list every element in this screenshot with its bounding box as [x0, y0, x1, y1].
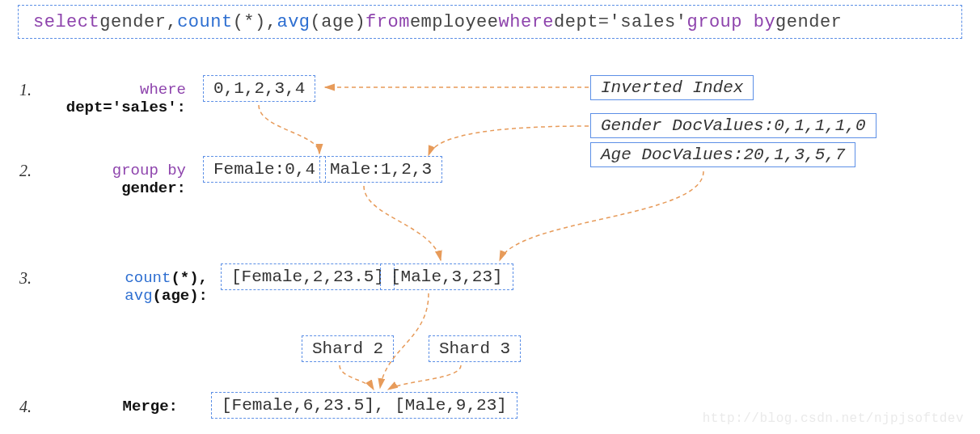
step-1-num: 1.	[19, 81, 32, 99]
box-merge: [Female,6,23.5], [Male,9,23]	[211, 392, 517, 419]
col-gender: gender,	[99, 12, 177, 32]
where-cond: dept='sales'	[554, 12, 686, 32]
box-age-docvalues: Age DocValues:20,1,3,5,7	[590, 142, 855, 167]
step-3-fn2: avg	[125, 287, 152, 305]
kw-from: from	[365, 12, 410, 32]
kw-where: where	[499, 12, 555, 32]
box-shard-2: Shard 2	[302, 335, 394, 362]
fn-avg-arg: (age)	[310, 12, 366, 32]
box-shard-3: Shard 3	[429, 335, 521, 362]
box-inverted-index: Inverted Index	[590, 75, 754, 100]
tbl: employee	[410, 12, 499, 32]
step-3-fn2-arg: (age):	[153, 287, 208, 305]
watermark: http://blog.csdn.net/njpjsoftdev	[703, 411, 964, 426]
box-gender-docvalues: Gender DocValues:0,1,1,1,0	[590, 113, 877, 138]
step-4-num: 4.	[19, 398, 32, 416]
step-3-fn1-arg: (*),	[171, 269, 208, 287]
box-ids: 0,1,2,3,4	[203, 75, 315, 102]
box-female-agg: [Female,2,23.5]	[221, 263, 395, 290]
step-2-kw: group by	[112, 162, 186, 179]
step-4-label: Merge:	[123, 398, 178, 415]
box-male-agg: [Male,3,23]	[380, 263, 513, 290]
step-1-kw: where	[140, 81, 186, 99]
fn-count-arg: (*),	[233, 12, 277, 32]
step-3-fn1: count	[125, 269, 171, 287]
fn-count: count	[177, 12, 233, 32]
groupby-col: gender	[775, 12, 842, 32]
fn-avg: avg	[277, 12, 310, 32]
step-2-rest: gender:	[121, 179, 186, 197]
step-2-num: 2.	[19, 162, 32, 180]
box-female-group: Female:0,4	[203, 156, 326, 183]
box-male-group: Male:1,2,3	[319, 156, 442, 183]
diagram-arrows	[0, 0, 980, 434]
kw-select: select	[33, 12, 99, 32]
step-3-num: 3.	[19, 269, 32, 288]
kw-groupby: group by	[686, 12, 775, 32]
step-1-rest: dept='sales':	[66, 99, 186, 116]
sql-query-box: select gender, count (*), avg (age) from…	[18, 5, 962, 39]
